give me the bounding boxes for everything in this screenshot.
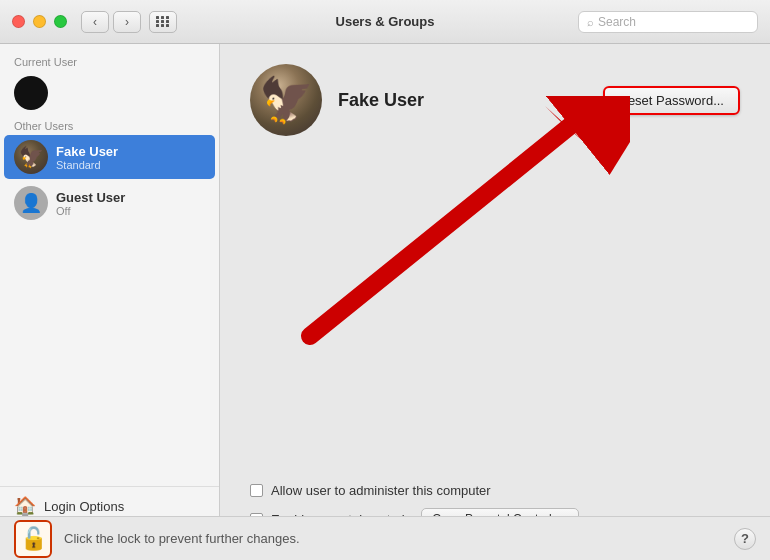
- guest-user-role: Off: [56, 205, 125, 217]
- sidebar-item-guest-user[interactable]: 👤 Guest User Off: [4, 181, 215, 225]
- login-options-label: Login Options: [44, 499, 124, 514]
- forward-button[interactable]: ›: [113, 11, 141, 33]
- other-users-label: Other Users: [0, 116, 219, 134]
- selected-user-avatar-large: 🦅: [250, 64, 322, 136]
- allow-admin-label: Allow user to administer this computer: [271, 483, 491, 498]
- user-header: 🦅 Fake User Reset Password...: [250, 64, 740, 136]
- current-user-avatar: [14, 76, 48, 110]
- close-button[interactable]: [12, 15, 25, 28]
- search-icon: ⌕: [587, 16, 594, 28]
- lock-button[interactable]: 🔓: [14, 520, 52, 558]
- fake-user-info: Fake User Standard: [56, 144, 118, 171]
- fake-user-role: Standard: [56, 159, 118, 171]
- current-user-label: Current User: [0, 52, 219, 70]
- traffic-lights: [12, 15, 67, 28]
- fake-user-avatar: 🦅: [14, 140, 48, 174]
- grid-button[interactable]: [149, 11, 177, 33]
- annotation-arrow-overlay: [250, 156, 740, 463]
- maximize-button[interactable]: [54, 15, 67, 28]
- sidebar: Current User Other Users 🦅 Fake User Sta…: [0, 44, 220, 560]
- search-bar[interactable]: ⌕ Search: [578, 11, 758, 33]
- bottom-bar: 🔓 Click the lock to prevent further chan…: [0, 516, 770, 560]
- minimize-button[interactable]: [33, 15, 46, 28]
- allow-admin-checkbox[interactable]: [250, 484, 263, 497]
- main-content: 🦅 Fake User Reset Password...: [220, 44, 770, 560]
- reset-password-button[interactable]: Reset Password...: [603, 86, 741, 115]
- search-placeholder: Search: [598, 15, 636, 29]
- grid-icon: [156, 16, 170, 27]
- allow-admin-row: Allow user to administer this computer: [250, 483, 740, 498]
- titlebar: ‹ › Users & Groups ⌕ Search: [0, 0, 770, 44]
- login-options-icon: 🏠: [14, 495, 36, 517]
- red-arrow-annotation: [280, 96, 630, 376]
- guest-user-name: Guest User: [56, 190, 125, 205]
- lock-icon: 🔓: [20, 526, 47, 552]
- guest-user-avatar: 👤: [14, 186, 48, 220]
- selected-user-name: Fake User: [338, 90, 603, 111]
- back-button[interactable]: ‹: [81, 11, 109, 33]
- current-user-item: [0, 70, 219, 116]
- guest-user-info: Guest User Off: [56, 190, 125, 217]
- sidebar-item-fake-user[interactable]: 🦅 Fake User Standard: [4, 135, 215, 179]
- window-body: Current User Other Users 🦅 Fake User Sta…: [0, 44, 770, 560]
- window-title: Users & Groups: [336, 14, 435, 29]
- nav-buttons: ‹ ›: [81, 11, 141, 33]
- help-button[interactable]: ?: [734, 528, 756, 550]
- fake-user-name: Fake User: [56, 144, 118, 159]
- svg-line-1: [310, 126, 570, 336]
- lock-label: Click the lock to prevent further change…: [64, 531, 300, 546]
